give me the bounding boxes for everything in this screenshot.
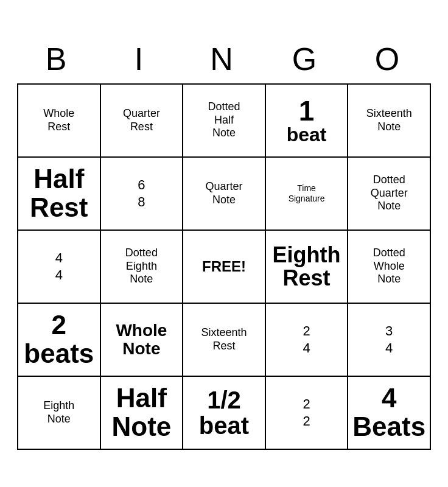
cell-r3c4: 3 4: [348, 304, 431, 377]
cell-text-bottom: beat: [287, 125, 327, 144]
cell-r1c1: 6 8: [101, 158, 184, 231]
header-i: I: [100, 38, 183, 83]
cell-r1c0: HalfRest: [18, 158, 101, 231]
cell-r2c2: FREE!: [183, 231, 266, 304]
cell-text: QuarterNote: [205, 180, 242, 206]
cell-r0c4: SixteenthNote: [348, 85, 431, 158]
cell-text-large: 2beats: [24, 311, 94, 367]
cell-text-large: HalfRest: [30, 165, 88, 221]
time-sig: 2 4: [303, 324, 310, 355]
cell-r4c2: 1/2beat: [183, 377, 266, 450]
cell-text: DottedQuarterNote: [371, 173, 408, 213]
cell-r3c2: SixteenthRest: [183, 304, 266, 377]
bingo-card: B I N G O WholeRest QuarterRest DottedHa…: [11, 32, 437, 456]
cell-text: DottedEighthNote: [125, 247, 158, 286]
cell-text-large: 1/2beat: [199, 387, 249, 438]
time-sig-top: 2: [303, 398, 310, 411]
cell-text-medium: WholeNote: [116, 321, 167, 357]
cell-text: WholeRest: [43, 107, 74, 133]
cell-r0c1: QuarterRest: [101, 85, 184, 158]
time-sig-bottom: 4: [55, 268, 63, 282]
time-sig-bottom: 4: [385, 342, 393, 355]
cell-r0c2: DottedHalfNote: [183, 85, 266, 158]
cell-r2c1: DottedEighthNote: [101, 231, 184, 304]
cell-r2c3: EighthRest: [266, 231, 349, 304]
cell-r4c0: EighthNote: [18, 377, 101, 450]
time-sig-top: 6: [138, 178, 145, 192]
cell-text: EighthNote: [43, 399, 74, 426]
cell-text: SixteenthNote: [366, 107, 412, 133]
cell-text-large: 4Beats: [352, 384, 425, 440]
time-sig-bottom: 8: [138, 195, 145, 209]
cell-text-large: HalfNote: [112, 384, 172, 440]
cell-r0c0: WholeRest: [18, 85, 101, 158]
header-n: N: [183, 38, 265, 83]
cell-r3c1: WholeNote: [101, 304, 184, 377]
cell-text: DottedHalfNote: [208, 100, 240, 140]
cell-text: TimeSignature: [289, 183, 325, 204]
bingo-header: B I N G O: [17, 38, 431, 83]
bingo-grid: WholeRest QuarterRest DottedHalfNote 1 b…: [17, 83, 431, 450]
cell-r1c2: QuarterNote: [183, 158, 266, 231]
cell-r3c3: 2 4: [266, 304, 349, 377]
time-sig: 3 4: [385, 324, 393, 355]
cell-r1c3: TimeSignature: [266, 158, 349, 231]
cell-r1c4: DottedQuarterNote: [348, 158, 431, 231]
cell-text: SixteenthRest: [201, 326, 247, 352]
time-sig-bottom: 4: [303, 342, 310, 355]
time-sig: 2 2: [303, 398, 310, 428]
cell-r2c0: 4 4: [18, 231, 101, 304]
cell-text-large: EighthRest: [273, 244, 341, 290]
header-o: O: [348, 38, 431, 83]
header-b: B: [17, 38, 100, 83]
free-label: FREE!: [202, 258, 246, 275]
cell-r4c4: 4Beats: [348, 377, 431, 450]
time-sig: 6 8: [138, 178, 145, 209]
time-sig: 4 4: [55, 251, 63, 282]
cell-r0c3: 1 beat: [266, 85, 349, 158]
cell-r4c3: 2 2: [266, 377, 349, 450]
cell-text-top: 1: [299, 97, 315, 125]
header-g: G: [265, 38, 348, 83]
cell-r2c4: DottedWholeNote: [348, 231, 431, 304]
time-sig-top: 2: [303, 324, 310, 338]
cell-text: DottedWholeNote: [373, 247, 405, 286]
time-sig-bottom: 2: [303, 415, 310, 428]
cell-r4c1: HalfNote: [101, 377, 184, 450]
time-sig-top: 3: [385, 324, 393, 338]
cell-r3c0: 2beats: [18, 304, 101, 377]
time-sig-top: 4: [55, 251, 63, 265]
cell-text: QuarterRest: [123, 107, 160, 133]
